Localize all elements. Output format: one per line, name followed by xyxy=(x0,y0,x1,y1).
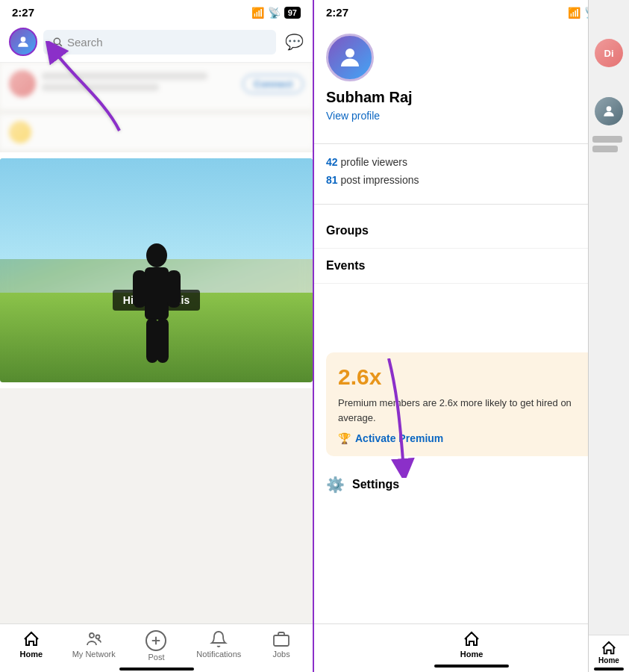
settings-row[interactable]: ⚙️ Settings xyxy=(314,465,629,504)
nav-home-right[interactable]: Home xyxy=(314,629,629,660)
nav-jobs[interactable]: Jobs xyxy=(250,629,313,663)
premium-description: Premium members are 2.6x more likely to … xyxy=(338,396,605,425)
side-avatar-di: Di xyxy=(595,39,623,67)
profile-avatar[interactable] xyxy=(326,34,374,81)
menu-events[interactable]: Events xyxy=(314,249,629,284)
nav-network[interactable]: My Network xyxy=(63,629,125,663)
connect-button[interactable]: Connect xyxy=(242,75,304,93)
user-avatar[interactable] xyxy=(9,28,37,56)
nav-jobs-label: Jobs xyxy=(272,650,290,659)
svg-rect-4 xyxy=(145,267,169,320)
side-bottom-nav: Home xyxy=(589,635,630,672)
right-signal-icon: 📶 xyxy=(568,7,581,19)
premium-emoji-icon: 🏆 xyxy=(338,432,351,444)
nav-home-label: Home xyxy=(20,650,43,659)
svg-point-1 xyxy=(54,38,60,44)
home-indicator-right xyxy=(434,665,509,668)
signal-icon: 📶 xyxy=(251,7,264,19)
bottom-nav-left: Home My Network Post xyxy=(0,623,313,665)
svg-line-2 xyxy=(60,44,62,46)
impressions-label: post impressions xyxy=(340,174,419,186)
feed-item-1: Connect xyxy=(0,63,313,109)
view-profile-link[interactable]: View profile xyxy=(326,110,380,122)
left-status-icons: 📶 📡 97 xyxy=(251,7,301,19)
impressions-count: 81 xyxy=(326,174,338,186)
post-image: Highlight this xyxy=(0,158,313,382)
home-icon xyxy=(22,630,40,648)
side-text-group xyxy=(592,136,625,152)
messages-icon[interactable]: 💬 xyxy=(285,33,304,51)
side-home-label: Home xyxy=(598,656,619,665)
spacer xyxy=(314,284,629,343)
feed-text-1 xyxy=(42,72,237,95)
premium-multiplier: 2.6x xyxy=(338,364,605,390)
home-icon-right xyxy=(463,630,481,648)
profile-section: Subham Raj View profile xyxy=(314,22,629,134)
side-home-icon xyxy=(601,640,617,656)
bottom-nav-right: Home xyxy=(314,623,629,662)
side-avatar-di-label: Di xyxy=(604,48,614,59)
search-placeholder-text: Search xyxy=(67,36,103,49)
nav-home-right-label: Home xyxy=(460,650,484,659)
premium-card: × 2.6x Premium members are 2.6x more lik… xyxy=(326,352,617,456)
home-indicator-left xyxy=(119,668,194,671)
svg-point-0 xyxy=(21,37,26,42)
svg-rect-13 xyxy=(274,635,289,646)
stats-section: 42 profile viewers 81 post impressions xyxy=(314,153,629,195)
svg-point-14 xyxy=(345,49,354,57)
profile-name: Subham Raj xyxy=(326,89,617,106)
activate-premium-button[interactable]: 🏆 Activate Premium xyxy=(338,432,605,444)
jobs-icon xyxy=(272,630,290,648)
right-time: 2:27 xyxy=(326,6,348,19)
svg-point-9 xyxy=(90,633,94,638)
settings-label: Settings xyxy=(352,478,399,491)
notifications-icon xyxy=(210,630,228,648)
nav-home[interactable]: Home xyxy=(0,629,63,663)
viewers-count: 42 xyxy=(326,156,338,168)
nav-post[interactable]: Post xyxy=(125,629,188,663)
nav-notifications[interactable]: Notifications xyxy=(187,629,250,663)
post-add-icon xyxy=(145,630,166,651)
nav-network-label: My Network xyxy=(72,650,116,659)
svg-rect-6 xyxy=(167,270,181,308)
left-screen: 2:27 📶 📡 97 Search 💬 xyxy=(0,0,314,672)
svg-point-10 xyxy=(96,635,99,639)
search-bar[interactable]: Search xyxy=(43,30,276,55)
nav-post-label: Post xyxy=(148,653,164,662)
feed-avatar-1 xyxy=(9,70,36,97)
divider-2 xyxy=(314,204,629,205)
profile-viewers-stat[interactable]: 42 profile viewers xyxy=(326,156,617,168)
left-time: 2:27 xyxy=(12,6,34,19)
side-home-indicator xyxy=(594,668,624,671)
feed-post: Highlight this xyxy=(0,152,313,388)
feed-item-2 xyxy=(0,115,313,149)
svg-rect-8 xyxy=(157,318,169,363)
svg-point-15 xyxy=(607,106,612,111)
svg-point-3 xyxy=(146,243,167,267)
right-status-bar: 2:27 📶 📡 97 xyxy=(314,0,629,22)
wifi-icon: 📡 xyxy=(268,7,281,19)
battery-indicator: 97 xyxy=(284,7,301,19)
viewers-label: profile viewers xyxy=(340,156,407,168)
divider-1 xyxy=(314,143,629,144)
menu-groups[interactable]: Groups xyxy=(314,214,629,249)
side-avatar-person xyxy=(595,97,623,125)
nav-notifications-label: Notifications xyxy=(196,650,241,659)
post-impressions-stat[interactable]: 81 post impressions xyxy=(326,174,617,186)
svg-rect-5 xyxy=(133,270,146,308)
header-bar: Search 💬 xyxy=(0,22,313,63)
feed-area: Connect xyxy=(0,63,313,623)
right-screen: 2:27 📶 📡 97 Subham Raj View profile 42 p… xyxy=(314,0,629,672)
left-status-bar: 2:27 📶 📡 97 xyxy=(0,0,313,22)
settings-gear-icon: ⚙️ xyxy=(326,476,345,494)
right-content: Subham Raj View profile 42 profile viewe… xyxy=(314,22,629,623)
svg-rect-7 xyxy=(146,318,158,363)
premium-cta-label: Activate Premium xyxy=(355,432,443,444)
network-icon xyxy=(85,630,103,648)
side-panel: Di Home xyxy=(588,0,629,672)
